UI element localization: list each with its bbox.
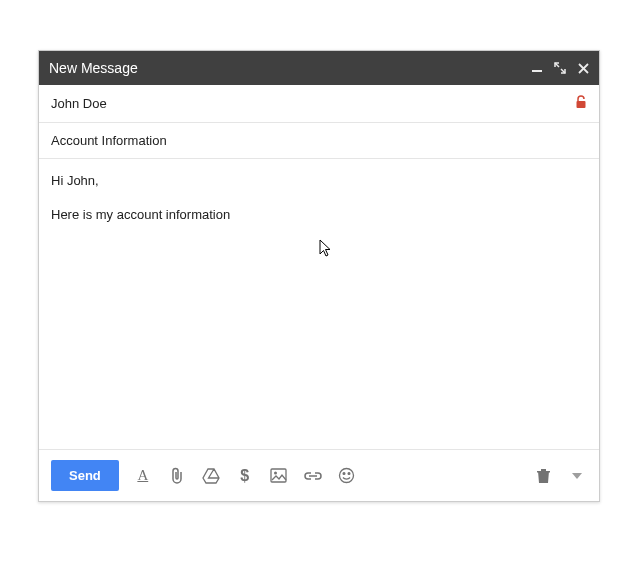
window-title: New Message bbox=[49, 60, 532, 76]
body-line-1: Hi John, bbox=[51, 171, 587, 191]
minimize-icon[interactable] bbox=[532, 63, 542, 73]
svg-point-7 bbox=[340, 469, 354, 483]
recipients-field[interactable]: John Doe bbox=[39, 85, 599, 123]
svg-rect-3 bbox=[577, 101, 586, 108]
send-button[interactable]: Send bbox=[51, 460, 119, 491]
discard-draft-icon[interactable] bbox=[533, 466, 553, 486]
window-controls bbox=[532, 62, 589, 74]
compose-window: New Message John Doe bbox=[38, 50, 600, 502]
message-body[interactable]: Hi John, Here is my account information bbox=[39, 159, 599, 449]
insert-link-icon[interactable] bbox=[303, 466, 323, 486]
cursor-pointer-icon bbox=[319, 239, 335, 265]
insert-money-icon[interactable]: $ bbox=[235, 466, 255, 486]
formatting-icon[interactable]: A bbox=[133, 466, 153, 486]
insert-photo-icon[interactable] bbox=[269, 466, 289, 486]
insert-drive-icon[interactable] bbox=[201, 466, 221, 486]
svg-point-8 bbox=[343, 473, 345, 475]
compose-toolbar: Send A $ bbox=[39, 449, 599, 501]
recipient-name: John Doe bbox=[51, 96, 575, 111]
compose-header: New Message bbox=[39, 51, 599, 85]
svg-point-5 bbox=[274, 472, 277, 475]
expand-icon[interactable] bbox=[554, 62, 566, 74]
subject-field[interactable]: Account Information bbox=[39, 123, 599, 159]
body-line-2: Here is my account information bbox=[51, 205, 587, 225]
close-icon[interactable] bbox=[578, 63, 589, 74]
confidential-lock-icon[interactable] bbox=[575, 95, 587, 112]
svg-rect-4 bbox=[271, 469, 286, 482]
attach-file-icon[interactable] bbox=[167, 466, 187, 486]
subject-text: Account Information bbox=[51, 133, 167, 148]
svg-rect-0 bbox=[532, 70, 542, 72]
svg-point-9 bbox=[348, 473, 350, 475]
insert-emoji-icon[interactable] bbox=[337, 466, 357, 486]
more-options-icon[interactable] bbox=[567, 466, 587, 486]
